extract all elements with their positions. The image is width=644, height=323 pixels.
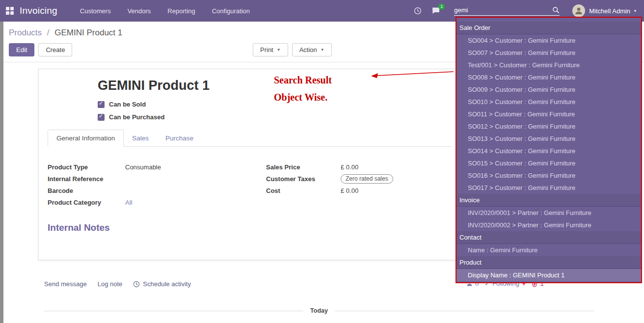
can-be-purchased-label: Can be Purchased xyxy=(109,113,164,121)
search-group-sale-order: Sale Order xyxy=(456,22,641,34)
create-button[interactable]: Create xyxy=(38,43,72,56)
search-result-item[interactable]: SO010 > Customer : Gemini Furniture xyxy=(456,96,641,108)
date-divider-label: Today xyxy=(310,307,328,314)
search-result-item[interactable]: SO007 > Customer : Gemini Furniture xyxy=(456,47,641,59)
chevron-down-icon: ▼ xyxy=(633,9,637,13)
field-label: Internal Reference xyxy=(48,175,125,183)
search-result-item[interactable]: SO017 > Customer : Gemini Furniture xyxy=(456,182,641,194)
edit-button[interactable]: Edit xyxy=(9,43,34,56)
activities-clock-icon[interactable] xyxy=(414,7,422,15)
schedule-activity-label: Schedule activity xyxy=(143,280,191,288)
message-count-badge: 1 xyxy=(438,3,445,10)
menu-customers[interactable]: Customers xyxy=(80,7,111,15)
search-group-invoice: Invoice xyxy=(456,194,641,207)
tab-purchase[interactable]: Purchase xyxy=(157,130,202,146)
field-label: Product Type xyxy=(48,163,125,171)
field-internal-reference: Internal Reference xyxy=(48,174,266,184)
product-form-sheet: GEMINI Product 1 Can be Sold Can be Purc… xyxy=(38,69,461,260)
menu-vendors[interactable]: Vendors xyxy=(128,7,151,15)
can-be-sold-row: Can be Sold xyxy=(98,101,146,108)
breadcrumb-separator: / xyxy=(47,28,50,37)
action-buttons: Print ▼ Action ▼ xyxy=(253,43,332,56)
chatter-actions: Send message Log note Schedule activity xyxy=(44,280,191,288)
chevron-down-icon: ▼ xyxy=(277,48,281,52)
search-input[interactable] xyxy=(454,6,552,14)
field-label: Product Category xyxy=(48,199,125,206)
log-note-button[interactable]: Log note xyxy=(98,280,123,288)
action-dropdown-button[interactable]: Action ▼ xyxy=(292,43,332,56)
search-result-item[interactable]: SO008 > Customer : Gemini Furniture xyxy=(456,71,641,83)
search-result-item[interactable]: SO011 > Customer : Gemini Furniture xyxy=(456,108,641,120)
clock-icon xyxy=(133,281,140,288)
search-result-item[interactable]: INV/2020/0002 > Partner : Gemini Furnitu… xyxy=(456,219,641,231)
annotation-text: Search Result Object Wise. xyxy=(274,72,332,106)
user-menu[interactable]: Mitchell Admin ▼ xyxy=(572,4,637,17)
search-icon[interactable] xyxy=(552,6,560,14)
search-result-item[interactable]: SO014 > Customer : Gemini Furniture xyxy=(456,145,641,157)
field-cost: Cost £ 0.00 xyxy=(266,186,457,195)
field-sales-price: Sales Price £ 0.00 xyxy=(266,162,457,172)
divider-line xyxy=(44,311,303,311)
can-be-purchased-checkbox[interactable] xyxy=(98,114,105,121)
form-fields: Product Type Consumable Internal Referen… xyxy=(48,162,457,210)
field-product-category: Product Category All xyxy=(48,198,266,207)
chevron-down-icon: ▼ xyxy=(321,48,324,52)
tab-sales[interactable]: Sales xyxy=(124,130,157,146)
field-label: Customer Taxes xyxy=(266,175,341,183)
user-name: Mitchell Admin xyxy=(589,7,630,15)
date-divider: Today xyxy=(44,307,594,314)
send-message-button[interactable]: Send message xyxy=(44,280,87,288)
print-label: Print xyxy=(260,46,273,54)
search-result-item[interactable]: SO015 > Customer : Gemini Furniture xyxy=(456,157,641,169)
global-search xyxy=(454,6,560,16)
tab-general-information[interactable]: General Information xyxy=(48,130,124,147)
schedule-activity-button[interactable]: Schedule activity xyxy=(133,280,191,288)
menu-configuration[interactable]: Configuration xyxy=(212,7,250,15)
field-value: £ 0.00 xyxy=(341,163,358,171)
search-group-product: Product xyxy=(456,256,641,269)
breadcrumb-current: GEMINI Product 1 xyxy=(54,28,122,37)
record-buttons: Edit Create xyxy=(9,43,72,56)
annotation-line1: Search Result xyxy=(274,72,332,89)
search-result-item[interactable]: Display Name : GEMINI Product 1 xyxy=(456,269,641,281)
internal-notes-heading: Internal Notes xyxy=(48,222,110,233)
breadcrumb-products-link[interactable]: Products xyxy=(9,28,42,37)
breadcrumb: Products / GEMINI Product 1 xyxy=(9,28,122,38)
field-product-type: Product Type Consumable xyxy=(48,162,266,172)
field-value: Consumable xyxy=(125,163,161,171)
navbar-right-cluster: 1 Mitchell Admin ▼ xyxy=(414,4,637,17)
product-category-link[interactable]: All xyxy=(125,199,132,206)
apps-menu-icon[interactable] xyxy=(6,7,14,15)
search-result-item[interactable]: SO004 > Customer : Gemini Furniture xyxy=(456,34,641,47)
can-be-purchased-row: Can be Purchased xyxy=(98,113,164,121)
fields-right-column: Sales Price £ 0.00 Customer Taxes Zero r… xyxy=(266,162,457,210)
fields-left-column: Product Type Consumable Internal Referen… xyxy=(48,162,266,210)
divider-line xyxy=(335,311,594,311)
can-be-sold-checkbox[interactable] xyxy=(98,101,105,108)
menu-reporting[interactable]: Reporting xyxy=(167,7,195,15)
print-dropdown-button[interactable]: Print ▼ xyxy=(253,43,288,56)
field-label: Cost xyxy=(266,187,341,194)
search-result-item[interactable]: Name : Gemini Furniture xyxy=(456,244,641,256)
annotation-arrow xyxy=(369,68,456,81)
customer-tax-tag[interactable]: Zero rated sales xyxy=(341,174,393,184)
action-label: Action xyxy=(299,46,317,54)
field-label: Barcode xyxy=(48,187,125,194)
left-edge-strip xyxy=(0,22,3,323)
search-result-item[interactable]: SO013 > Customer : Gemini Furniture xyxy=(456,133,641,145)
messages-icon[interactable]: 1 xyxy=(431,7,440,15)
main-menu: Customers Vendors Reporting Configuratio… xyxy=(80,7,250,15)
avatar xyxy=(572,4,585,17)
search-group-contact: Contact xyxy=(456,231,641,244)
search-result-item[interactable]: Test/001 > Customer : Gemini Furniture xyxy=(456,59,641,71)
field-barcode: Barcode xyxy=(48,186,266,195)
search-result-item[interactable]: INV/2020/0001 > Partner : Gemini Furnitu… xyxy=(456,207,641,219)
search-result-item[interactable]: SO012 > Customer : Gemini Furniture xyxy=(456,120,641,133)
search-result-item[interactable]: SO009 > Customer : Gemini Furniture xyxy=(456,83,641,96)
search-result-item[interactable]: SO016 > Customer : Gemini Furniture xyxy=(456,169,641,182)
can-be-sold-label: Can be Sold xyxy=(109,101,146,108)
app-title[interactable]: Invoicing xyxy=(20,5,57,16)
product-title: GEMINI Product 1 xyxy=(98,78,210,93)
notebook-tabs: General Information Sales Purchase xyxy=(48,129,452,147)
field-customer-taxes: Customer Taxes Zero rated sales xyxy=(266,174,457,184)
